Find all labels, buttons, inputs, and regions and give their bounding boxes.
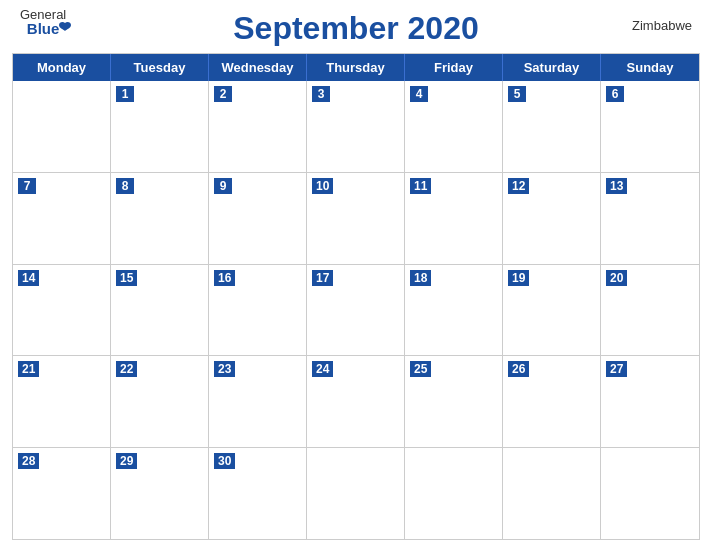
day-number: 24 bbox=[312, 361, 333, 377]
day-number: 17 bbox=[312, 270, 333, 286]
day-cell: 27 bbox=[601, 356, 699, 447]
day-cell: 22 bbox=[111, 356, 209, 447]
day-cell: 30 bbox=[209, 448, 307, 539]
day-cell: 15 bbox=[111, 265, 209, 356]
day-cell: 14 bbox=[13, 265, 111, 356]
day-cell: 3 bbox=[307, 81, 405, 172]
day-cell: 18 bbox=[405, 265, 503, 356]
day-cell: 29 bbox=[111, 448, 209, 539]
day-number: 1 bbox=[116, 86, 134, 102]
day-cell bbox=[601, 448, 699, 539]
day-number: 9 bbox=[214, 178, 232, 194]
day-number: 8 bbox=[116, 178, 134, 194]
day-header-saturday: Saturday bbox=[503, 54, 601, 81]
day-number: 7 bbox=[18, 178, 36, 194]
day-cell: 2 bbox=[209, 81, 307, 172]
day-number: 21 bbox=[18, 361, 39, 377]
day-number: 30 bbox=[214, 453, 235, 469]
calendar-weeks: 1234567891011121314151617181920212223242… bbox=[13, 81, 699, 539]
day-cell: 7 bbox=[13, 173, 111, 264]
day-number: 15 bbox=[116, 270, 137, 286]
day-cell bbox=[405, 448, 503, 539]
week-row-4: 21222324252627 bbox=[13, 355, 699, 447]
day-number: 11 bbox=[410, 178, 431, 194]
day-cell bbox=[503, 448, 601, 539]
day-number: 28 bbox=[18, 453, 39, 469]
day-number: 14 bbox=[18, 270, 39, 286]
day-cell: 11 bbox=[405, 173, 503, 264]
day-number: 20 bbox=[606, 270, 627, 286]
day-header-sunday: Sunday bbox=[601, 54, 699, 81]
day-number: 16 bbox=[214, 270, 235, 286]
logo-bird-icon bbox=[57, 21, 73, 37]
week-row-2: 78910111213 bbox=[13, 172, 699, 264]
day-header-thursday: Thursday bbox=[307, 54, 405, 81]
week-row-3: 14151617181920 bbox=[13, 264, 699, 356]
day-cell: 4 bbox=[405, 81, 503, 172]
calendar-grid: Monday Tuesday Wednesday Thursday Friday… bbox=[12, 53, 700, 540]
day-number: 23 bbox=[214, 361, 235, 377]
day-cell: 13 bbox=[601, 173, 699, 264]
week-row-5: 282930 bbox=[13, 447, 699, 539]
day-cell: 17 bbox=[307, 265, 405, 356]
day-cell: 19 bbox=[503, 265, 601, 356]
day-number: 22 bbox=[116, 361, 137, 377]
day-number: 27 bbox=[606, 361, 627, 377]
day-header-friday: Friday bbox=[405, 54, 503, 81]
day-number: 5 bbox=[508, 86, 526, 102]
day-cell: 25 bbox=[405, 356, 503, 447]
day-header-tuesday: Tuesday bbox=[111, 54, 209, 81]
country-label: Zimbabwe bbox=[632, 18, 692, 33]
day-headers-row: Monday Tuesday Wednesday Thursday Friday… bbox=[13, 54, 699, 81]
day-cell: 16 bbox=[209, 265, 307, 356]
day-cell bbox=[307, 448, 405, 539]
day-cell: 23 bbox=[209, 356, 307, 447]
week-row-1: 123456 bbox=[13, 81, 699, 172]
day-number: 12 bbox=[508, 178, 529, 194]
day-cell: 21 bbox=[13, 356, 111, 447]
logo-blue-text: Blue bbox=[27, 20, 60, 37]
day-header-wednesday: Wednesday bbox=[209, 54, 307, 81]
day-cell: 10 bbox=[307, 173, 405, 264]
day-cell: 12 bbox=[503, 173, 601, 264]
logo: General Blue bbox=[20, 8, 66, 37]
day-cell: 9 bbox=[209, 173, 307, 264]
day-number: 3 bbox=[312, 86, 330, 102]
day-number: 25 bbox=[410, 361, 431, 377]
calendar-header: General Blue September 2020 Zimbabwe bbox=[0, 0, 712, 53]
day-number: 13 bbox=[606, 178, 627, 194]
day-number: 10 bbox=[312, 178, 333, 194]
day-cell: 28 bbox=[13, 448, 111, 539]
day-cell: 8 bbox=[111, 173, 209, 264]
day-header-monday: Monday bbox=[13, 54, 111, 81]
day-number: 19 bbox=[508, 270, 529, 286]
day-cell: 5 bbox=[503, 81, 601, 172]
page-title: September 2020 bbox=[233, 10, 478, 47]
day-cell: 24 bbox=[307, 356, 405, 447]
day-cell: 26 bbox=[503, 356, 601, 447]
day-number: 29 bbox=[116, 453, 137, 469]
day-number: 2 bbox=[214, 86, 232, 102]
day-number: 26 bbox=[508, 361, 529, 377]
day-cell bbox=[13, 81, 111, 172]
day-number: 4 bbox=[410, 86, 428, 102]
day-number: 6 bbox=[606, 86, 624, 102]
day-number: 18 bbox=[410, 270, 431, 286]
day-cell: 20 bbox=[601, 265, 699, 356]
day-cell: 1 bbox=[111, 81, 209, 172]
day-cell: 6 bbox=[601, 81, 699, 172]
